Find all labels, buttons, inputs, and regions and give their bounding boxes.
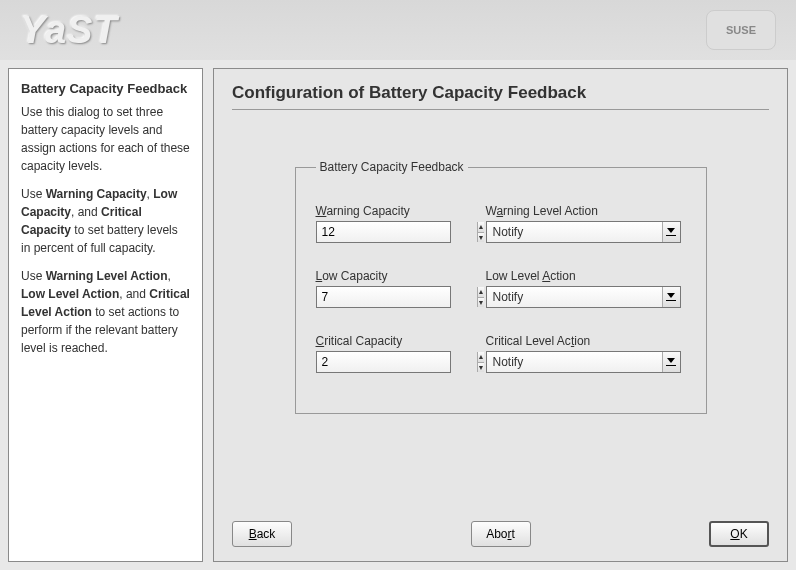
chevron-down-icon (667, 293, 675, 298)
low-action-label: Low Level Action (486, 269, 686, 283)
spin-down-icon[interactable]: ▼ (478, 363, 485, 373)
critical-capacity-input[interactable] (317, 352, 477, 372)
container: Battery Capacity Feedback Use this dialo… (0, 60, 796, 570)
warning-action-value: Notify (487, 225, 662, 239)
warning-action-label: Warning Level Action (486, 204, 686, 218)
sidebar-p3: Use Warning Level Action, Low Level Acti… (21, 267, 190, 357)
low-action-value: Notify (487, 290, 662, 304)
page-title: Configuration of Battery Capacity Feedba… (232, 83, 769, 110)
chevron-down-icon (667, 358, 675, 363)
low-capacity-label: Low Capacity (316, 269, 456, 283)
low-action-dropdown[interactable]: Notify (486, 286, 681, 308)
low-capacity-field: Low Capacity ▲ ▼ (316, 269, 456, 308)
low-capacity-spinbox[interactable]: ▲ ▼ (316, 286, 451, 308)
suse-text: SUSE (726, 24, 756, 36)
ok-button[interactable]: OK (709, 521, 769, 547)
spin-up-icon[interactable]: ▲ (478, 287, 485, 298)
spin-up-icon[interactable]: ▲ (478, 222, 485, 233)
warning-action-dropdown[interactable]: Notify (486, 221, 681, 243)
abort-button[interactable]: Abort (471, 521, 531, 547)
sidebar-title: Battery Capacity Feedback (21, 79, 190, 99)
main-panel: Configuration of Battery Capacity Feedba… (213, 68, 788, 562)
sidebar-p2: Use Warning Capacity, Low Capacity, and … (21, 185, 190, 257)
critical-action-field: Critical Level Action Notify (486, 334, 686, 373)
yast-logo: YaST (20, 9, 118, 52)
spin-down-icon[interactable]: ▼ (478, 233, 485, 243)
dropdown-button[interactable] (662, 222, 680, 242)
critical-action-dropdown[interactable]: Notify (486, 351, 681, 373)
dropdown-button[interactable] (662, 287, 680, 307)
critical-action-value: Notify (487, 355, 662, 369)
sidebar-intro: Use this dialog to set three battery cap… (21, 103, 190, 175)
warning-capacity-input[interactable] (317, 222, 477, 242)
spin-up-icon[interactable]: ▲ (478, 352, 485, 363)
back-button[interactable]: Back (232, 521, 292, 547)
critical-capacity-spinbox[interactable]: ▲ ▼ (316, 351, 451, 373)
header: YaST SUSE (0, 0, 796, 60)
footer-buttons: Back Abort OK (232, 511, 769, 547)
warning-capacity-spinbox[interactable]: ▲ ▼ (316, 221, 451, 243)
chevron-down-icon (667, 228, 675, 233)
warning-capacity-field: Warning Capacity ▲ ▼ (316, 204, 456, 243)
content-area: Battery Capacity Feedback Warning Capaci… (232, 110, 769, 511)
critical-capacity-label: Critical Capacity (316, 334, 456, 348)
critical-action-label: Critical Level Action (486, 334, 686, 348)
warning-action-field: Warning Level Action Notify (486, 204, 686, 243)
warning-capacity-label: Warning Capacity (316, 204, 456, 218)
dropdown-button[interactable] (662, 352, 680, 372)
battery-feedback-group: Battery Capacity Feedback Warning Capaci… (295, 160, 707, 414)
low-action-field: Low Level Action Notify (486, 269, 686, 308)
low-capacity-input[interactable] (317, 287, 477, 307)
suse-logo: SUSE (706, 10, 776, 50)
group-legend: Battery Capacity Feedback (316, 160, 468, 174)
spin-down-icon[interactable]: ▼ (478, 298, 485, 308)
critical-capacity-field: Critical Capacity ▲ ▼ (316, 334, 456, 373)
help-sidebar: Battery Capacity Feedback Use this dialo… (8, 68, 203, 562)
